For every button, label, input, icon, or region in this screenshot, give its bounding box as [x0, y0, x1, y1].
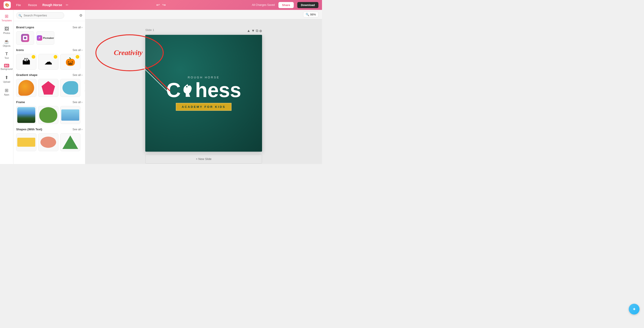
logo-item-pix[interactable] — [16, 31, 34, 45]
canvas-toolbar: 🔍 98% — [85, 10, 322, 19]
resize-menu[interactable]: Resize — [26, 3, 39, 8]
photos-icon: 🖼 — [4, 26, 9, 32]
frame-grid — [16, 106, 82, 124]
app-logo-icon: 🎨 — [5, 3, 10, 7]
heart-badge-cloud: 💛 — [54, 55, 57, 59]
download-button[interactable]: Download — [297, 2, 318, 8]
zoom-level: 98% — [310, 13, 316, 16]
photos-label: Photos — [3, 32, 10, 34]
nav-center-controls: ↩ ↪ — [156, 3, 166, 8]
main-layout: ⊞ Templates 🖼 Photos ☕ Objects T Text BG… — [0, 10, 322, 164]
upload-label: Upload — [3, 81, 10, 83]
sidebar-item-templates[interactable]: ⊞ Templates — [1, 12, 13, 24]
icon-card-mountain[interactable]: 💛 🏔 — [16, 54, 36, 70]
pix-logo-icon — [21, 34, 29, 42]
logo-item-picmaker[interactable]: P Picmaker — [36, 31, 54, 45]
frame-card-whale[interactable] — [60, 106, 80, 124]
slide-academy-bar: ACADEMY FOR KIDS — [176, 103, 231, 111]
text-label: Text — [4, 57, 8, 59]
icon-card-ornament[interactable]: 💛 🎃 — [60, 54, 80, 70]
text-icon: T — [6, 52, 8, 56]
upload-icon: ⬆ — [5, 75, 8, 80]
icon-card-cloud[interactable]: 💛 ☁ — [38, 54, 58, 70]
svg-point-3 — [186, 86, 188, 87]
gradient-shape-title: Gradient shape — [16, 73, 38, 77]
search-input[interactable] — [16, 12, 64, 19]
frame-card-apple[interactable] — [38, 106, 58, 124]
forest-frame — [17, 107, 35, 123]
project-title: Rough Horse — [42, 3, 62, 7]
sidebar-item-upload[interactable]: ⬆ Upload — [1, 73, 13, 85]
apps-icon: ⊞ — [5, 88, 8, 93]
apps-label: Apps — [4, 94, 9, 96]
templates-label: Templates — [2, 19, 12, 22]
icons-title: Icons — [16, 48, 24, 52]
slide-hess-text: hess — [195, 80, 241, 100]
slide-container: Slide 1 ▲ ▼ ⧉ ⊕ — [145, 28, 262, 164]
gradient-shape-grid — [16, 79, 82, 97]
background-icon: BG — [4, 64, 9, 67]
heart-badge-ornament: 💛 — [76, 55, 79, 59]
pix-dot — [24, 37, 26, 39]
callout-text: Creativity — [114, 49, 143, 57]
file-menu[interactable]: File — [14, 3, 23, 8]
yellow-rect-shape — [17, 138, 35, 147]
shape-card-peach[interactable] — [38, 133, 58, 151]
slide-academy-text: ACADEMY FOR KIDS — [182, 105, 226, 109]
orange-blob-shape — [18, 80, 34, 96]
canvas-scroll[interactable]: Slide 1 ▲ ▼ ⧉ ⊕ — [85, 19, 322, 164]
sidebar-icons: ⊞ Templates 🖼 Photos ☕ Objects T Text BG… — [0, 10, 14, 164]
slide-rough-horse-text: ROUGH HORSE — [188, 76, 220, 79]
objects-icon: ☕ — [4, 39, 10, 44]
frame-card-forest[interactable] — [16, 106, 36, 124]
redo-button[interactable]: ↪ — [162, 3, 166, 8]
sidebar-item-background[interactable]: BG Background — [1, 62, 13, 72]
filter-icon[interactable]: ⚙ — [79, 13, 82, 18]
edit-title-icon[interactable]: ✏ — [66, 3, 68, 7]
frame-header: Frame See all › — [16, 100, 82, 104]
sidebar-item-apps[interactable]: ⊞ Apps — [1, 86, 13, 98]
sidebar-item-objects[interactable]: ☕ Objects — [1, 37, 13, 49]
slide-down-icon[interactable]: ▼ — [251, 29, 255, 33]
slide-top-row: Slide 1 ▲ ▼ ⧉ ⊕ — [145, 28, 262, 34]
slide-add-icon[interactable]: ⊕ — [259, 29, 262, 33]
picmaker-label: Picmaker — [43, 37, 54, 39]
save-status: All Changes Saved — [252, 3, 275, 7]
brand-logos-see-all[interactable]: See all › — [72, 26, 82, 29]
shape-card-blue[interactable] — [60, 79, 80, 97]
icons-header: Icons See all › — [16, 48, 82, 52]
shape-card-green-tri[interactable] — [60, 133, 80, 151]
icons-see-all[interactable]: See all › — [72, 49, 82, 52]
templates-icon: ⊞ — [5, 14, 8, 19]
icons-grid: 💛 🏔 💛 ☁ 💛 🎃 — [16, 54, 82, 70]
frame-see-all[interactable]: See all › — [72, 101, 82, 104]
shape-card-yellow-rect[interactable] — [16, 133, 36, 151]
brand-logos-header: Brand Logos See all › — [16, 26, 82, 29]
slide-up-icon[interactable]: ▲ — [247, 29, 250, 33]
zoom-icon: 🔍 — [306, 13, 309, 16]
share-button[interactable]: Share — [278, 2, 294, 8]
gradient-shape-see-all[interactable]: See all › — [72, 74, 82, 77]
slide-canvas[interactable]: ROUGH HORSE C hess — [145, 35, 262, 152]
undo-button[interactable]: ↩ — [156, 3, 160, 8]
app-logo[interactable]: 🎨 — [4, 1, 11, 9]
slide-copy-icon[interactable]: ⧉ — [256, 29, 258, 33]
shape-card-orange[interactable] — [16, 79, 36, 97]
new-slide-button[interactable]: + New Slide — [145, 154, 262, 164]
shape-card-pink[interactable] — [38, 79, 58, 97]
sidebar-item-text[interactable]: T Text — [1, 50, 13, 61]
top-nav: 🎨 File Resize Rough Horse ✏ ↩ ↪ All Chan… — [0, 0, 322, 10]
sidebar-item-photos[interactable]: 🖼 Photos — [1, 25, 13, 36]
canvas-area: 🔍 98% Slide 1 ▲ ▼ ⧉ ⊕ — [85, 10, 322, 164]
slide-label: Slide 1 — [145, 28, 154, 32]
slide-content: ROUGH HORSE C hess — [166, 76, 241, 111]
brand-logos-title: Brand Logos — [16, 26, 34, 29]
blue-blob-shape — [62, 81, 78, 95]
slide-wrapper: Creativity ROUGH HORSE C — [145, 35, 262, 152]
shapes-text-see-all[interactable]: See all › — [72, 128, 82, 131]
brand-logos-grid: P Picmaker — [16, 31, 82, 45]
whale-frame — [61, 109, 79, 121]
gradient-shape-header: Gradient shape See all › — [16, 73, 82, 77]
zoom-control[interactable]: 🔍 98% — [303, 12, 318, 17]
left-panel: 🔍 ⚙ ‹ Brand Logos See all › — [14, 10, 85, 164]
